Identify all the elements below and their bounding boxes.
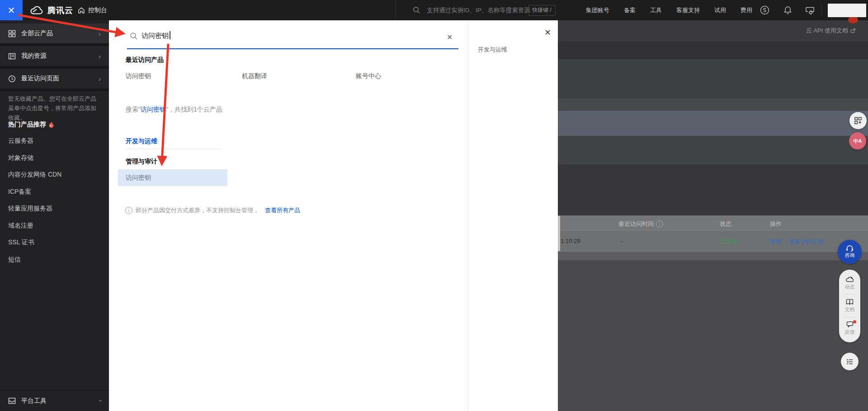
account-menu[interactable] [828,4,866,17]
page: 云 API 使用文档 最近访问时间 i 状态 操作 1:10:29 – 已启用 … [0,0,868,411]
product-item-lighthouse[interactable]: 轻量应用服务器 [0,200,109,217]
column-header-label: 操作 [770,220,782,228]
product-item-domain[interactable]: 域名注册 [0,217,109,234]
hot-products-title: 热门产品推荐 [8,121,46,129]
search-icon [130,32,138,40]
dock-item-news[interactable]: 动态 [845,276,855,290]
column-header-label: 状态 [720,220,731,228]
bg-notice-band [557,111,868,136]
product-item-cvm[interactable]: 云服务器 [0,132,109,149]
dock-item-feedback[interactable]: 反馈 [845,321,855,336]
dock-divider [845,317,855,318]
api-doc-link: 云 API 使用文档 [806,27,856,35]
notification-dot [853,320,856,323]
clear-search-button[interactable]: ✕ [447,33,453,42]
cell-status: 已启用 [720,238,737,246]
sidebar-item-label: 最近访问页面 [21,75,59,83]
clock-icon [8,75,16,83]
search-result-item-label: 访问密钥 [126,169,227,186]
sidebar-item-all-products[interactable]: 全部云产品 › [0,23,109,43]
resources-icon [8,52,16,60]
console-settings-button[interactable] [805,5,815,15]
table-header-band [557,215,868,230]
menu-item-billing[interactable]: 费用 [741,6,752,14]
product-search-input[interactable]: 访问密钥 [142,31,170,40]
bg-band [557,98,868,111]
dock-item-label: 动态 [845,284,855,290]
bg-band [557,136,868,164]
product-item-sms[interactable]: 短信 [0,251,109,268]
info-icon: i [656,220,663,228]
dimmed-console-page: 云 API 使用文档 最近访问时间 i 状态 操作 1:10:29 – 已启用 … [557,20,868,411]
result-suffix: "，共找到1个云产品 [166,106,222,113]
category-divider [126,149,222,149]
console-settings-icon [805,6,815,15]
info-icon: i [125,207,132,214]
product-item-icp[interactable]: ICP备案 [0,183,109,201]
flame-icon [49,121,54,128]
hot-products-header: 热门产品推荐 [8,121,54,129]
menu-item-trial[interactable]: 试用 [714,6,726,14]
search-result-item-access-key[interactable]: 访问密钥 [118,169,227,186]
hot-products-list: 云服务器 对象存储 内容分发网络 CDN ICP备案 轻量应用服务器 域名注册 … [0,132,109,268]
global-search-input[interactable]: 支持通过实例ID、IP、名称等搜索资源 [427,6,530,14]
ticket-button[interactable] [760,5,769,15]
recent-product-item[interactable]: 访问密钥 [126,72,151,80]
category-tab-devops[interactable]: 开发与运维 [126,137,157,145]
bg-header-band: 云 API 使用文档 [557,20,868,42]
product-item-cdn[interactable]: 内容分发网络 CDN [0,166,109,183]
sidebar-separator [0,89,109,91]
view-all-products-link[interactable]: 查看所有产品 [265,206,300,215]
product-item-ssl[interactable]: SSL 证书 [0,234,109,251]
cloud-news-icon [846,276,854,282]
platform-tools-toggle[interactable]: 平台工具 › [0,390,109,411]
menu-item-support[interactable]: 客服支持 [676,6,700,14]
sidebar-item-label: 我的资源 [21,52,47,60]
column-header-label: 最近访问时间 [618,220,654,228]
category-panel-title: 开发与运维 [478,46,507,54]
translate-button[interactable]: 中A [849,132,866,149]
action-records-link: 更多访问记录 [789,238,824,246]
column-header-status: 状态 [720,220,731,228]
menu-item-org-account[interactable]: 集团账号 [586,6,609,14]
brand-name: 腾讯云 [47,5,73,16]
sidebar-item-label: 全部云产品 [21,29,53,37]
product-item-cos[interactable]: 对象存储 [0,149,109,167]
custom-nav-button[interactable] [849,112,867,129]
bg-band [557,164,868,215]
chevron-up-icon: › [96,400,104,402]
result-keyword: 访问密钥 [141,106,166,113]
menu-item-tools[interactable]: 工具 [650,6,662,14]
avatar-badge [848,16,858,23]
bg-band [557,42,868,59]
recent-product-item[interactable]: 机器翻译 [242,72,267,80]
dock-item-docs[interactable]: 文档 [845,299,855,313]
recent-products-title: 最近访问产品 [126,56,164,64]
close-overlay-button[interactable]: ✕ [544,28,551,37]
text-cursor [170,31,170,39]
consult-label: 咨询 [845,252,855,259]
tencent-cloud-logo-icon [30,5,43,15]
headset-icon [846,245,854,252]
consult-button[interactable]: 咨询 [838,240,862,264]
sidebar-item-recent-pages[interactable]: 最近访问页面 › [0,69,109,89]
recent-product-item[interactable]: 账号中心 [356,72,381,80]
console-label: 控制台 [88,6,107,14]
collapse-toolbar-button[interactable] [841,353,859,370]
dock-divider [845,294,855,294]
footer-info-text: 部分产品因交付方式差异，不支持控制台管理， [136,206,259,215]
feedback-bubble-icon [846,321,854,327]
close-menu-button[interactable]: ✕ [0,0,23,20]
bell-icon [783,6,792,15]
circle-s-icon [760,5,769,15]
cell-last-access: – [620,238,623,244]
translate-icon: 中A [854,138,862,145]
brand[interactable]: 腾讯云 [30,0,73,20]
search-result-summary: 搜索"访问密钥"，共找到1个云产品 [126,106,222,114]
notifications-button[interactable] [783,5,793,15]
menu-item-icp[interactable]: 备案 [624,6,636,14]
favorites-empty-notice: 暂无收藏产品。您可在全部云产品菜单中点击星号，将常用产品添加收藏。 [8,94,101,122]
console-link[interactable]: 控制台 [78,0,107,20]
chevron-right-icon: › [99,52,101,60]
sidebar-item-my-resources[interactable]: 我的资源 › [0,46,109,66]
